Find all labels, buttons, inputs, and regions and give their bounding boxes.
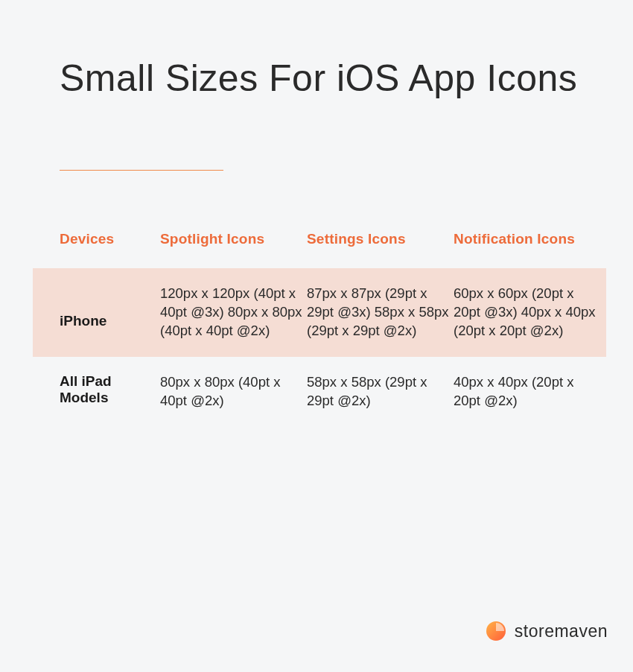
spotlight-value: 80px x 80px (40pt x 40pt @2x) bbox=[160, 373, 307, 411]
header-spotlight: Spotlight Icons bbox=[160, 231, 307, 247]
table-row: All iPad Models 80px x 80px (40pt x 40pt… bbox=[33, 357, 606, 427]
table-row: iPhone 120px x 120px (40pt x 40pt @3x) 8… bbox=[33, 268, 606, 357]
header-devices: Devices bbox=[60, 231, 160, 247]
settings-value: 87px x 87px (29pt x 29pt @3x) 58px x 58p… bbox=[307, 285, 454, 340]
title-underline bbox=[60, 170, 223, 171]
device-name: iPhone bbox=[60, 285, 160, 329]
header-notification: Notification Icons bbox=[454, 231, 602, 247]
page-title: Small Sizes For iOS App Icons bbox=[60, 52, 577, 104]
storemaven-icon bbox=[485, 620, 507, 642]
notification-value: 60px x 60px (20pt x 20pt @3x) 40px x 40p… bbox=[454, 285, 602, 340]
settings-value: 58px x 58px (29pt x 29pt @2x) bbox=[307, 373, 454, 411]
table-header-row: Devices Spotlight Icons Settings Icons N… bbox=[33, 231, 606, 268]
spotlight-value: 120px x 120px (40pt x 40pt @3x) 80px x 8… bbox=[160, 285, 307, 340]
notification-value: 40px x 40px (20pt x 20pt @2x) bbox=[454, 373, 602, 411]
header-settings: Settings Icons bbox=[307, 231, 454, 247]
sizes-table: Devices Spotlight Icons Settings Icons N… bbox=[33, 231, 606, 427]
brand-logo: storemaven bbox=[485, 620, 608, 642]
brand-name: storemaven bbox=[515, 621, 608, 641]
device-name: All iPad Models bbox=[60, 373, 160, 406]
